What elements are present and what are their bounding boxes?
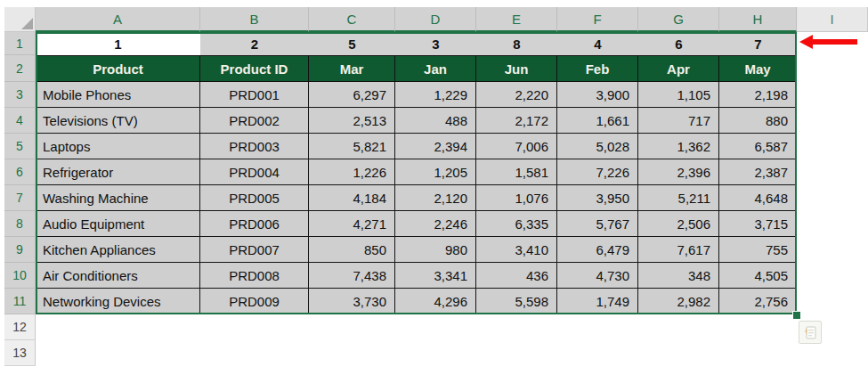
cell-I6[interactable] — [797, 159, 868, 185]
cell-C1[interactable]: 5 — [309, 32, 395, 55]
cell-F6[interactable]: 7,226 — [557, 159, 638, 185]
cell-G7[interactable]: 5,211 — [638, 185, 719, 211]
cell-D11[interactable]: 4,296 — [395, 289, 476, 314]
cell-D7[interactable]: 2,120 — [395, 185, 476, 211]
cell-D9[interactable]: 980 — [395, 237, 476, 263]
table-header-jun[interactable]: Jun — [476, 55, 557, 82]
row-header-2[interactable]: 2 — [4, 55, 36, 82]
row-header-3[interactable]: 3 — [4, 82, 36, 108]
column-header-G[interactable]: G — [638, 7, 719, 32]
row-header-10[interactable]: 10 — [4, 263, 36, 289]
cell-H11[interactable]: 2,756 — [719, 289, 797, 314]
cell-E6[interactable]: 1,581 — [476, 159, 557, 185]
cell-A9[interactable]: Kitchen Appliances — [36, 237, 200, 263]
column-header-A[interactable]: A — [36, 7, 200, 32]
cell-H8[interactable]: 3,715 — [719, 211, 797, 237]
cell-A7[interactable]: Washing Machine — [36, 185, 200, 211]
cell-H6[interactable]: 2,387 — [719, 159, 797, 185]
cell-I2[interactable] — [797, 55, 868, 82]
cell-F10[interactable]: 4,730 — [557, 263, 638, 289]
row-header-12[interactable]: 12 — [4, 314, 36, 340]
cell-G6[interactable]: 2,396 — [638, 159, 719, 185]
cell-I3[interactable] — [797, 82, 868, 108]
cell-E10[interactable]: 436 — [476, 263, 557, 289]
column-header-E[interactable]: E — [476, 7, 557, 32]
cell-I1[interactable] — [797, 32, 868, 55]
row-header-13[interactable]: 13 — [4, 340, 36, 366]
cell-G9[interactable]: 7,617 — [638, 237, 719, 263]
cell-A4[interactable]: Televisions (TV) — [36, 108, 200, 134]
cell-F11[interactable]: 1,749 — [557, 289, 638, 314]
cell-I8[interactable] — [797, 211, 868, 237]
cell-D3[interactable]: 1,229 — [395, 82, 476, 108]
cell-I4[interactable] — [797, 108, 868, 134]
row-header-11[interactable]: 11 — [4, 289, 36, 314]
cell-E11[interactable]: 5,598 — [476, 289, 557, 314]
cell-C3[interactable]: 6,297 — [309, 82, 395, 108]
cell-D4[interactable]: 488 — [395, 108, 476, 134]
column-header-F[interactable]: F — [557, 7, 638, 32]
cell-I5[interactable] — [797, 134, 868, 159]
table-header-product-id[interactable]: Product ID — [200, 55, 309, 82]
cell-A1[interactable]: 1 — [36, 32, 200, 55]
cell-I7[interactable] — [797, 185, 868, 211]
table-header-may[interactable]: May — [719, 55, 797, 82]
cell-C11[interactable]: 3,730 — [309, 289, 395, 314]
column-header-C[interactable]: C — [309, 7, 395, 32]
cell-B11[interactable]: PRD009 — [200, 289, 309, 314]
cell-F1[interactable]: 4 — [557, 32, 638, 55]
row-header-5[interactable]: 5 — [4, 134, 36, 159]
cell-E3[interactable]: 2,220 — [476, 82, 557, 108]
column-header-H[interactable]: H — [719, 7, 797, 32]
cell-C8[interactable]: 4,271 — [309, 211, 395, 237]
cell-F5[interactable]: 5,028 — [557, 134, 638, 159]
cell-A8[interactable]: Audio Equipment — [36, 211, 200, 237]
cell-A3[interactable]: Mobile Phones — [36, 82, 200, 108]
fill-handle[interactable] — [792, 311, 801, 320]
row-header-1[interactable]: 1 — [4, 32, 36, 55]
cell-B8[interactable]: PRD006 — [200, 211, 309, 237]
column-header-B[interactable]: B — [200, 7, 309, 32]
cell-F4[interactable]: 1,661 — [557, 108, 638, 134]
select-all-button[interactable] — [4, 7, 36, 32]
cell-G11[interactable]: 2,982 — [638, 289, 719, 314]
row-header-4[interactable]: 4 — [4, 108, 36, 134]
cell-E5[interactable]: 7,006 — [476, 134, 557, 159]
cell-D10[interactable]: 3,341 — [395, 263, 476, 289]
cell-G8[interactable]: 2,506 — [638, 211, 719, 237]
cell-A11[interactable]: Networking Devices — [36, 289, 200, 314]
cell-E4[interactable]: 2,172 — [476, 108, 557, 134]
cell-G4[interactable]: 717 — [638, 108, 719, 134]
cell-G3[interactable]: 1,105 — [638, 82, 719, 108]
cell-I11[interactable] — [797, 289, 868, 314]
cell-H10[interactable]: 4,505 — [719, 263, 797, 289]
cell-B6[interactable]: PRD004 — [200, 159, 309, 185]
cell-B7[interactable]: PRD005 — [200, 185, 309, 211]
cell-B4[interactable]: PRD002 — [200, 108, 309, 134]
cell-C5[interactable]: 5,821 — [309, 134, 395, 159]
cell-C10[interactable]: 7,438 — [309, 263, 395, 289]
cell-I10[interactable] — [797, 263, 868, 289]
table-header-feb[interactable]: Feb — [557, 55, 638, 82]
cell-C4[interactable]: 2,513 — [309, 108, 395, 134]
cell-A6[interactable]: Refrigerator — [36, 159, 200, 185]
cell-H4[interactable]: 880 — [719, 108, 797, 134]
cell-B3[interactable]: PRD001 — [200, 82, 309, 108]
cell-A5[interactable]: Laptops — [36, 134, 200, 159]
cell-D1[interactable]: 3 — [395, 32, 476, 55]
table-header-product[interactable]: Product — [36, 55, 200, 82]
row-header-9[interactable]: 9 — [4, 237, 36, 263]
cell-C9[interactable]: 850 — [309, 237, 395, 263]
column-header-I[interactable]: I — [797, 7, 868, 32]
cell-D8[interactable]: 2,246 — [395, 211, 476, 237]
cell-I9[interactable] — [797, 237, 868, 263]
cell-E1[interactable]: 8 — [476, 32, 557, 55]
cell-H5[interactable]: 6,587 — [719, 134, 797, 159]
cell-C6[interactable]: 1,226 — [309, 159, 395, 185]
cell-F7[interactable]: 3,950 — [557, 185, 638, 211]
cell-G1[interactable]: 6 — [638, 32, 719, 55]
cell-H7[interactable]: 4,648 — [719, 185, 797, 211]
cell-B1[interactable]: 2 — [200, 32, 309, 55]
cell-E9[interactable]: 3,410 — [476, 237, 557, 263]
cell-H9[interactable]: 755 — [719, 237, 797, 263]
